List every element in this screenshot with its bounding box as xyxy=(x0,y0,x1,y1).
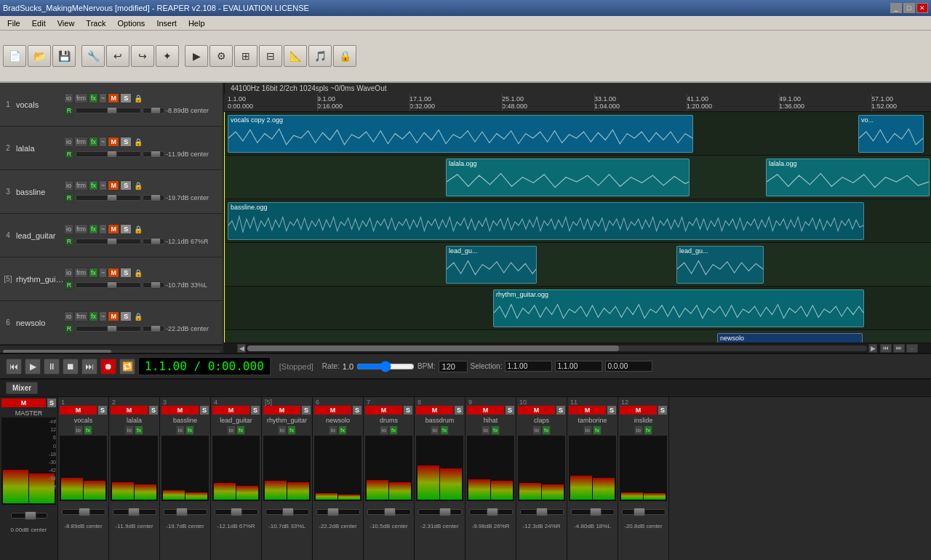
h-scrollbar[interactable] xyxy=(247,345,867,351)
clip-vocals-2[interactable]: vo... xyxy=(858,115,924,153)
toolbar-open[interactable]: 📂 xyxy=(28,45,51,67)
ch-fader-slider-10[interactable] xyxy=(520,509,564,515)
track-name-2[interactable]: lalala xyxy=(13,144,64,153)
track-frm-4[interactable]: frm xyxy=(74,224,88,234)
track-io-1[interactable]: io xyxy=(64,93,73,103)
track-io-6[interactable]: io xyxy=(64,311,73,321)
close-button[interactable]: ✕ xyxy=(916,3,928,13)
track-vol-fader-1[interactable] xyxy=(76,108,141,113)
menu-help[interactable]: Help xyxy=(183,17,211,29)
transport-record-button[interactable]: ⏺ xyxy=(100,359,116,375)
ch-fader-slider-7[interactable] xyxy=(367,509,411,515)
toolbar-save[interactable]: 💾 xyxy=(52,45,76,67)
ch-solo-4[interactable]: S xyxy=(251,406,260,415)
ch-mute-12[interactable]: M xyxy=(620,406,657,415)
ch-fx-3[interactable]: fx xyxy=(185,425,194,435)
transport-pause-button[interactable]: ⏸ xyxy=(44,359,60,375)
ch-fx-7[interactable]: fx xyxy=(389,425,398,435)
arrange-scrollbar[interactable]: ◀ ▶ ⏮ ⏭ - xyxy=(224,343,931,353)
track-r-5[interactable]: R xyxy=(64,280,74,290)
ch-mute-4[interactable]: M xyxy=(212,406,249,415)
track-vol-fader-6[interactable] xyxy=(76,326,141,332)
clip-lead-guitar-1[interactable]: lead_gu... xyxy=(446,246,537,284)
track-env-5[interactable]: ~ xyxy=(99,268,107,278)
clip-lalala-2[interactable]: lalala.ogg xyxy=(766,159,930,196)
transport-play-button[interactable]: ▶ xyxy=(25,359,41,375)
ch-io-4[interactable]: io xyxy=(227,425,236,435)
menu-track[interactable]: Track xyxy=(80,17,111,29)
track-solo-4[interactable]: S xyxy=(120,224,132,234)
ch-fader-slider-6[interactable] xyxy=(316,509,360,515)
selection-input-2[interactable] xyxy=(555,361,602,372)
ch-fader-slider-2[interactable] xyxy=(113,509,156,515)
toolbar-tool4[interactable]: ⚙ xyxy=(209,45,233,67)
mixer-tab[interactable]: Mixer xyxy=(6,382,38,394)
ch-io-12[interactable]: io xyxy=(634,425,643,435)
toolbar-metronome[interactable]: 🎵 xyxy=(308,45,332,67)
ch-solo-12[interactable]: S xyxy=(658,406,667,415)
toolbar-grid2[interactable]: ⊟ xyxy=(259,45,282,67)
track-fx-5[interactable]: fx xyxy=(89,268,98,278)
ch-io-10[interactable]: io xyxy=(532,425,541,435)
track-name-4[interactable]: lead_guitar xyxy=(13,231,64,240)
scroll-nav-3[interactable]: - xyxy=(906,344,918,353)
ch-solo-3[interactable]: S xyxy=(200,406,209,415)
track-frm-2[interactable]: frm xyxy=(74,137,88,147)
toolbar-tool2[interactable]: ✦ xyxy=(156,45,179,67)
clip-vocals-1[interactable]: vocals copy 2.ogg xyxy=(228,115,693,153)
track-vol-fader-4[interactable] xyxy=(76,239,141,244)
ch-mute-3[interactable]: M xyxy=(161,406,199,415)
ch-fx-11[interactable]: fx xyxy=(593,425,602,435)
ch-io-6[interactable]: io xyxy=(329,425,337,435)
track-vol-fader-3[interactable] xyxy=(76,195,141,201)
ch-io-11[interactable]: io xyxy=(583,425,592,435)
ch-solo-11[interactable]: S xyxy=(607,406,616,415)
ch-mute-9[interactable]: M xyxy=(467,406,504,415)
track-env-4[interactable]: ~ xyxy=(99,224,107,234)
ch-mute-2[interactable]: M xyxy=(111,406,148,415)
menu-file[interactable]: File xyxy=(1,17,26,29)
ch-fader-slider-3[interactable] xyxy=(164,509,207,515)
track-pan-fader-5[interactable] xyxy=(143,282,164,288)
ch-fx-5[interactable]: fx xyxy=(287,425,296,435)
ch-fx-9[interactable]: fx xyxy=(491,425,500,435)
track-frm-1[interactable]: frm xyxy=(74,93,88,103)
track-fx-4[interactable]: fx xyxy=(89,224,98,234)
scroll-right-btn[interactable]: ▶ xyxy=(868,344,877,353)
track-env-6[interactable]: ~ xyxy=(99,311,107,321)
ch-fader-slider-8[interactable] xyxy=(418,509,462,515)
toolbar-grid[interactable]: ⊞ xyxy=(234,45,257,67)
track-env-1[interactable]: ~ xyxy=(99,93,107,103)
track-io-5[interactable]: io xyxy=(64,268,73,278)
track-mute-4[interactable]: M xyxy=(108,224,119,234)
track-mute-5[interactable]: M xyxy=(108,268,119,278)
track-frm-5[interactable]: frm xyxy=(74,268,88,278)
toolbar-undo[interactable]: ↩ xyxy=(106,45,129,67)
toolbar-loop[interactable]: 🔒 xyxy=(333,45,356,67)
track-solo-6[interactable]: S xyxy=(120,311,132,321)
track-name-5[interactable]: rhythm_guitar xyxy=(13,275,64,284)
toolbar-new[interactable]: 📄 xyxy=(3,45,26,67)
scroll-nav-2[interactable]: ⏭ xyxy=(893,344,905,353)
ch-solo-8[interactable]: S xyxy=(455,406,463,415)
track-mute-2[interactable]: M xyxy=(108,137,119,147)
clip-lalala-1[interactable]: lalala.ogg xyxy=(446,159,690,196)
ch-fader-slider-11[interactable] xyxy=(571,509,615,515)
selection-input-1[interactable] xyxy=(505,361,552,372)
track-pan-fader-1[interactable] xyxy=(143,108,164,113)
ch-fader-slider-5[interactable] xyxy=(265,509,309,515)
ch-fx-10[interactable]: fx xyxy=(542,425,551,435)
toolbar-snap[interactable]: 📐 xyxy=(284,45,307,67)
clip-bassline-1[interactable]: bassline.ogg xyxy=(228,202,864,240)
transport-fwd-button[interactable]: ⏭ xyxy=(81,359,97,375)
track-pan-fader-2[interactable] xyxy=(143,151,164,157)
ch-io-7[interactable]: io xyxy=(380,425,388,435)
transport-prev-button[interactable]: ⏮ xyxy=(6,359,22,375)
ch-solo-10[interactable]: S xyxy=(556,406,565,415)
track-name-3[interactable]: bassline xyxy=(13,188,64,196)
ch-io-8[interactable]: io xyxy=(431,425,439,435)
track-frm-3[interactable]: frm xyxy=(74,180,88,191)
ch-fader-slider-9[interactable] xyxy=(469,509,513,515)
track-io-2[interactable]: io xyxy=(64,137,73,147)
ch-solo-6[interactable]: S xyxy=(353,406,361,415)
